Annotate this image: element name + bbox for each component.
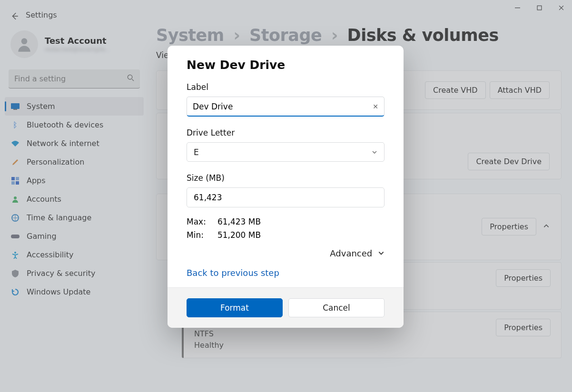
size-value: 61,423 (194, 193, 222, 202)
drive-letter-select[interactable]: E (187, 142, 385, 162)
advanced-label: Advanced (330, 248, 372, 258)
max-value: 61,423 MB (217, 217, 261, 226)
label-field[interactable] (193, 102, 369, 111)
size-label: Size (MB) (187, 173, 385, 183)
drive-letter-value: E (194, 147, 199, 157)
min-value: 51,200 MB (217, 230, 261, 240)
dialog-title: New Dev Drive (187, 58, 385, 72)
advanced-toggle[interactable]: Advanced (187, 248, 385, 258)
cancel-button[interactable]: Cancel (288, 298, 385, 317)
format-button[interactable]: Format (187, 298, 283, 317)
size-limits: Max: Min: 61,423 MB 51,200 MB (187, 217, 385, 240)
clear-icon[interactable]: ✕ (373, 103, 378, 110)
dialog-footer: Format Cancel (168, 287, 404, 328)
label-input[interactable]: ✕ (187, 97, 385, 117)
drive-letter-label: Drive Letter (187, 128, 385, 137)
size-input[interactable]: 61,423 (187, 187, 385, 207)
chevron-down-icon (378, 250, 385, 258)
min-label: Min: (187, 230, 206, 240)
back-link[interactable]: Back to previous step (187, 268, 279, 278)
chevron-down-icon (372, 147, 377, 157)
max-label: Max: (187, 217, 206, 226)
new-dev-drive-dialog: New Dev Drive Label ✕ Drive Letter E Siz… (168, 46, 404, 328)
label-label: Label (187, 82, 385, 92)
